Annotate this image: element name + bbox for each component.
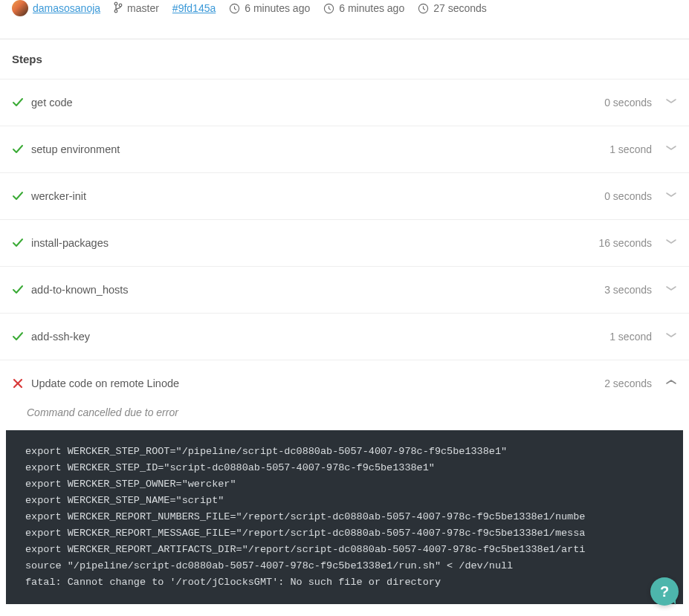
branch-icon [114,1,123,16]
chevron-down-icon [665,329,677,344]
build-header: damasosanoja master #9fd145a 6 minutes a… [0,0,689,39]
chevron-down-icon [665,95,677,110]
check-icon [12,284,24,296]
time-duration: 27 seconds [418,2,487,14]
step-name: wercker-init [31,190,604,202]
chevron-up-icon [665,376,677,391]
step-duration: 1 second [609,331,652,343]
clock-icon [323,3,334,14]
check-icon [12,190,24,202]
step-duration: 2 seconds [604,377,652,389]
time-duration-value: 27 seconds [433,2,487,14]
time-finished: 6 minutes ago [323,2,404,14]
time-finished-value: 6 minutes ago [339,2,404,14]
clock-icon [418,3,429,14]
username-link[interactable]: damasosanoja [33,2,100,14]
check-icon [12,331,24,343]
chevron-down-icon [665,142,677,157]
steps-list: get code0 secondssetup environment1 seco… [0,79,689,604]
check-icon [12,97,24,108]
step-duration: 3 seconds [604,284,652,296]
step-name: add-to-known_hosts [31,284,604,296]
time-started: 6 minutes ago [229,2,310,14]
svg-point-1 [114,10,117,13]
steps-heading: Steps [0,39,689,79]
step-error-message: Command cancelled due to error [0,406,689,430]
chevron-down-icon [665,236,677,250]
author-info: damasosanoja [12,0,100,16]
step-name: install-packages [31,237,598,249]
step-duration: 0 seconds [604,190,652,202]
step-duration: 1 second [609,143,652,155]
check-icon [12,237,24,249]
step-name: add-ssh-key [31,331,609,343]
step-row[interactable]: wercker-init0 seconds [0,172,689,219]
x-icon [12,377,24,389]
svg-point-0 [114,2,117,5]
check-icon [12,143,24,155]
chevron-down-icon [665,282,677,297]
svg-point-2 [119,4,122,7]
step-row[interactable]: add-to-known_hosts3 seconds [0,266,689,313]
commit-link[interactable]: #9fd145a [172,2,216,14]
help-icon: ? [660,583,669,600]
step-row[interactable]: add-ssh-key1 second [0,313,689,360]
avatar [12,0,28,16]
step-row[interactable]: setup environment1 second [0,126,689,172]
chevron-down-icon [665,189,677,204]
step-duration: 16 seconds [598,237,652,249]
step-row[interactable]: get code0 seconds [0,79,689,126]
help-button[interactable]: ? [650,577,679,604]
terminal-output: export WERCKER_STEP_ROOT="/pipeline/scri… [6,430,683,604]
time-started-value: 6 minutes ago [245,2,310,14]
clock-icon [229,3,240,14]
step-duration: 0 seconds [604,97,652,108]
step-row[interactable]: install-packages16 seconds [0,219,689,266]
branch-info: master [114,1,159,16]
step-name: setup environment [31,143,609,155]
step-name: Update code on remote Linode [31,377,604,389]
step-row[interactable]: Update code on remote Linode2 seconds [0,360,689,406]
step-name: get code [31,97,604,108]
branch-name: master [127,2,159,14]
